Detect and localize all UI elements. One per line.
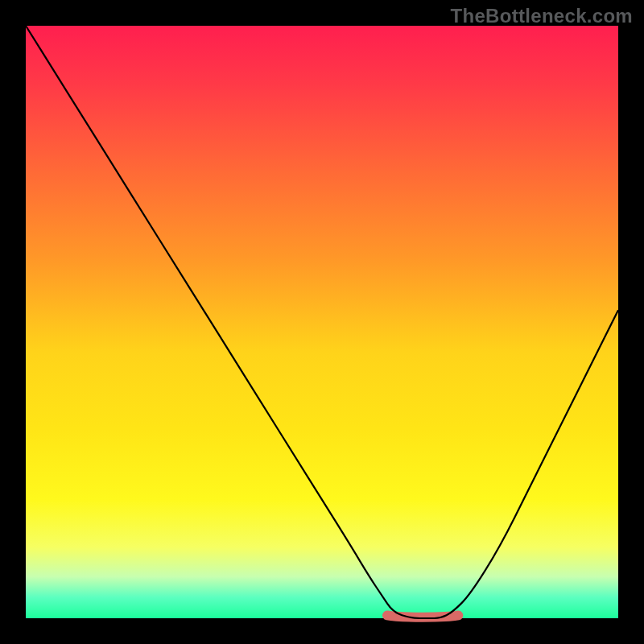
bottleneck-plot: [0, 0, 644, 644]
watermark-text: TheBottleneck.com: [451, 5, 633, 27]
chart-frame: TheBottleneck.com: [0, 0, 644, 644]
gradient-background: [26, 26, 618, 618]
